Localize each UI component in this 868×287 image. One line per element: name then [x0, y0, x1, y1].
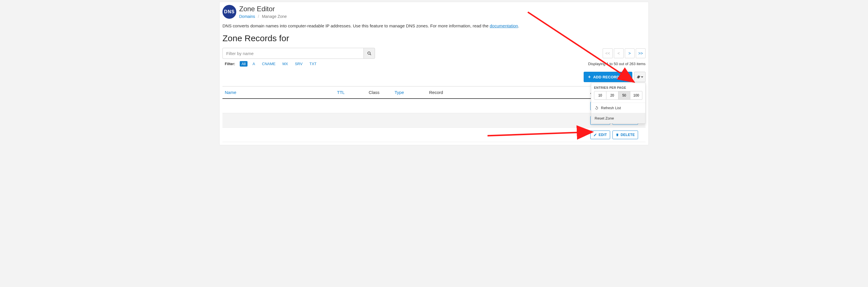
add-record-dropdown-button[interactable]	[624, 72, 632, 82]
cell-record	[427, 118, 588, 123]
plus-icon: +	[588, 75, 591, 79]
pager-prev-button[interactable]: <	[614, 49, 624, 58]
cell-class	[366, 104, 392, 108]
cell-ttl	[335, 133, 366, 137]
filter-input[interactable]	[222, 48, 364, 59]
pager-last-button[interactable]: >>	[636, 49, 646, 58]
add-record-button[interactable]: + ADD RECORD	[584, 72, 624, 82]
edit-button[interactable]: EDIT	[590, 131, 610, 139]
svg-line-1	[370, 54, 371, 55]
search-icon	[367, 51, 371, 55]
description-prefix: DNS converts domain names into computer-…	[222, 23, 490, 28]
search-group	[222, 48, 375, 59]
page-header: DNS Zone Editor Domains / Manage Zone	[220, 3, 648, 19]
pager: << < > >>	[603, 49, 646, 58]
breadcrumb-domains-link[interactable]: Domains	[239, 14, 255, 19]
cell-class	[366, 118, 392, 123]
table-row: EDIT DELETE	[222, 128, 646, 142]
breadcrumb-current: Manage Zone	[262, 14, 287, 19]
entries-option-100[interactable]: 100	[630, 91, 642, 100]
add-record-label: ADD RECORD	[593, 75, 619, 79]
zone-records-heading: Zone Records for	[220, 28, 648, 45]
description-text: DNS converts domain names into computer-…	[220, 19, 648, 28]
refresh-list-label: Refresh List	[601, 106, 621, 110]
filter-chip-a[interactable]: A	[251, 61, 257, 66]
cell-name	[222, 104, 335, 108]
filter-chip-mx[interactable]: MX	[281, 61, 290, 66]
gear-icon	[636, 75, 640, 79]
table-row: EDIT DELETE	[222, 113, 646, 128]
table-settings-menu: ENTRIES PER PAGE 10 20 50 100 Refresh Li…	[591, 83, 646, 124]
dns-icon: DNS	[222, 5, 236, 19]
reset-zone-label: Reset Zone	[595, 116, 614, 120]
cell-class	[366, 133, 392, 137]
table-settings-button[interactable]	[634, 72, 646, 82]
filter-chip-group: Filter: All A CNAME MX SRV TXT	[225, 61, 318, 66]
filter-chip-all[interactable]: All	[240, 61, 247, 66]
cell-type	[392, 133, 427, 137]
entries-option-10[interactable]: 10	[594, 91, 607, 100]
filter-chip-srv[interactable]: SRV	[293, 61, 305, 66]
records-table: Name TTL Class Type Record Actions	[220, 82, 648, 142]
cell-type	[392, 118, 427, 123]
filter-label: Filter:	[225, 62, 235, 66]
delete-button[interactable]: DELETE	[613, 131, 638, 139]
cell-ttl	[335, 118, 366, 123]
add-record-group: + ADD RECORD	[584, 72, 632, 82]
cell-actions: EDIT DELETE	[588, 128, 646, 142]
table-header-row: Name TTL Class Type Record Actions	[222, 86, 646, 99]
search-button[interactable]	[364, 48, 375, 59]
col-header-record: Record	[427, 86, 588, 98]
svg-point-0	[368, 52, 370, 54]
cell-name	[222, 118, 335, 123]
filter-chip-txt[interactable]: TXT	[308, 61, 318, 66]
cell-ttl	[335, 104, 366, 108]
page-title: Zone Editor	[239, 5, 287, 13]
cell-record	[427, 104, 588, 108]
description-suffix: .	[518, 23, 519, 28]
refresh-list-item[interactable]: Refresh List	[591, 103, 645, 113]
cell-record	[427, 133, 588, 137]
entries-option-20[interactable]: 20	[607, 91, 618, 100]
col-header-ttl[interactable]: TTL	[335, 86, 366, 98]
entries-per-page-group: 10 20 50 100	[591, 91, 645, 103]
delete-label: DELETE	[621, 133, 635, 137]
trash-icon	[616, 133, 619, 137]
documentation-link[interactable]: documentation	[490, 23, 518, 28]
pager-first-button[interactable]: <<	[603, 49, 613, 58]
filter-chip-cname[interactable]: CNAME	[260, 61, 277, 66]
pencil-icon	[593, 133, 597, 137]
display-count: Displaying 1 to 50 out of 263 items	[588, 62, 646, 66]
table-row: EDIT DELETE	[222, 99, 646, 113]
caret-down-icon	[627, 76, 629, 78]
cell-name	[222, 133, 335, 137]
refresh-icon	[595, 106, 599, 110]
col-header-type[interactable]: Type	[392, 86, 427, 98]
reset-zone-item[interactable]: Reset Zone	[591, 113, 645, 123]
edit-label: EDIT	[599, 133, 607, 137]
entries-per-page-label: ENTRIES PER PAGE	[591, 83, 645, 91]
col-header-class: Class	[366, 86, 392, 98]
breadcrumb-separator: /	[258, 14, 259, 19]
breadcrumb: Domains / Manage Zone	[239, 14, 287, 19]
caret-down-icon	[641, 76, 643, 78]
pager-next-button[interactable]: >	[625, 49, 634, 58]
entries-option-50[interactable]: 50	[618, 91, 630, 100]
col-header-name[interactable]: Name	[222, 86, 335, 98]
cell-type	[392, 104, 427, 108]
